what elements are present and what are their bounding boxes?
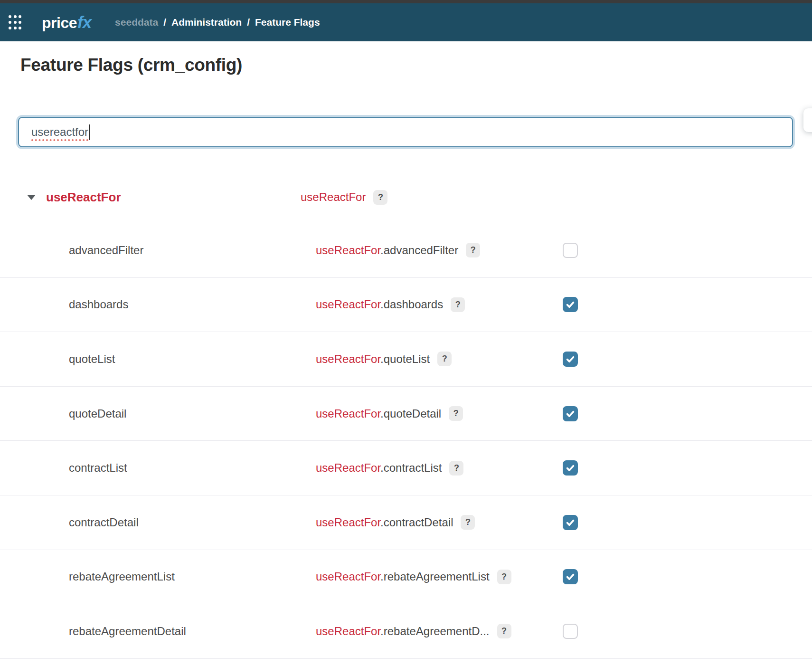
flag-group-name: useReactFor — [46, 190, 121, 205]
flag-group-toggle: useReactFor — [0, 190, 301, 205]
flag-checkbox[interactable] — [563, 624, 578, 639]
flag-rows: advancedFilter useReactFor.advancedFilte… — [0, 223, 812, 659]
flag-key: useReactFor.rebateAgreementD... — [316, 625, 490, 638]
flag-checkbox[interactable] — [563, 297, 578, 312]
flag-key: useReactFor.rebateAgreementList — [316, 570, 490, 583]
help-icon[interactable]: ? — [449, 406, 463, 421]
flag-key: useReactFor.quoteDetail — [316, 407, 441, 420]
chevron-down-icon[interactable] — [27, 195, 36, 200]
feature-flag-row: dashboards useReactFor.dashboards ? — [0, 278, 812, 333]
help-icon[interactable]: ? — [497, 570, 511, 584]
flag-checkbox[interactable] — [563, 460, 578, 476]
feature-flag-row: quoteList useReactFor.quoteList ? — [0, 332, 812, 387]
flag-name: rebateAgreementDetail — [69, 625, 186, 637]
flag-name: contractList — [69, 461, 127, 474]
breadcrumb-feature-flags[interactable]: Feature Flags — [255, 17, 320, 28]
feature-flag-list: useReactFor useReactFor ? advancedFilter… — [0, 181, 812, 659]
logo-text-fx: fx — [77, 13, 91, 32]
help-icon[interactable]: ? — [449, 461, 463, 476]
breadcrumb-administration[interactable]: Administration — [171, 17, 242, 28]
pricefx-logo[interactable]: price fx — [42, 13, 91, 32]
feature-flag-row: quoteDetail useReactFor.quoteDetail ? — [0, 387, 812, 441]
help-icon[interactable]: ? — [466, 243, 480, 257]
flag-checkbox[interactable] — [563, 406, 578, 421]
checkmark-icon — [565, 517, 576, 528]
flag-name: quoteDetail — [69, 407, 126, 420]
page-title: Feature Flags (crm_config) — [20, 55, 242, 75]
flag-key: useReactFor.quoteList — [316, 352, 430, 366]
flag-key: useReactFor.dashboards — [316, 298, 443, 311]
feature-flag-row: contractDetail useReactFor.contractDetai… — [0, 495, 812, 550]
top-app-bar: price fx seeddata / Administration / Fea… — [0, 3, 812, 41]
breadcrumb-separator: / — [163, 17, 166, 28]
flag-name: quoteList — [69, 352, 115, 365]
feature-flag-row: rebateAgreementDetail useReactFor.rebate… — [0, 604, 812, 659]
breadcrumb-separator: / — [247, 17, 250, 28]
help-icon[interactable]: ? — [437, 352, 452, 366]
checkmark-icon — [565, 354, 576, 364]
flag-name: contractDetail — [69, 516, 139, 529]
checkmark-icon — [565, 463, 576, 473]
help-icon[interactable]: ? — [461, 515, 475, 530]
help-icon[interactable]: ? — [373, 190, 387, 205]
flag-key: useReactFor.advancedFilter — [316, 244, 458, 257]
app-launcher-icon[interactable] — [9, 15, 21, 29]
breadcrumb: seeddata / Administration / Feature Flag… — [115, 17, 320, 28]
flag-key: useReactFor.contractDetail — [316, 516, 453, 529]
feature-flag-row: advancedFilter useReactFor.advancedFilte… — [0, 223, 812, 278]
flag-name: rebateAgreementList — [69, 570, 175, 583]
flag-name: advancedFilter — [69, 244, 143, 257]
flag-group-header: useReactFor useReactFor ? — [0, 181, 812, 214]
flag-checkbox[interactable] — [563, 243, 578, 258]
search-input[interactable]: usereactfor — [18, 117, 793, 147]
checkmark-icon — [565, 299, 576, 310]
flag-checkbox[interactable] — [563, 569, 578, 584]
flag-name: dashboards — [69, 298, 128, 311]
feature-flag-row: rebateAgreementList useReactFor.rebateAg… — [0, 550, 812, 605]
checkmark-icon — [565, 409, 576, 419]
feature-flags-page: price fx seeddata / Administration / Fea… — [0, 0, 812, 666]
text-cursor — [89, 124, 90, 140]
edge-panel-button[interactable] — [803, 108, 812, 132]
search-input-value: usereactfor — [31, 125, 88, 139]
flag-key: useReactFor.contractList — [316, 461, 442, 475]
logo-text-price: price — [42, 14, 77, 32]
flag-group-key-text: useReactFor — [301, 190, 366, 204]
window-strip — [0, 0, 812, 3]
checkmark-icon — [565, 571, 576, 582]
flag-checkbox[interactable] — [563, 352, 578, 367]
breadcrumb-partition: seeddata — [115, 17, 158, 28]
help-icon[interactable]: ? — [497, 624, 511, 638]
help-icon[interactable]: ? — [451, 297, 465, 312]
flag-group-key: useReactFor ? — [301, 190, 812, 205]
flag-checkbox[interactable] — [563, 515, 578, 530]
feature-flag-row: contractList useReactFor.contractList ? — [0, 441, 812, 495]
